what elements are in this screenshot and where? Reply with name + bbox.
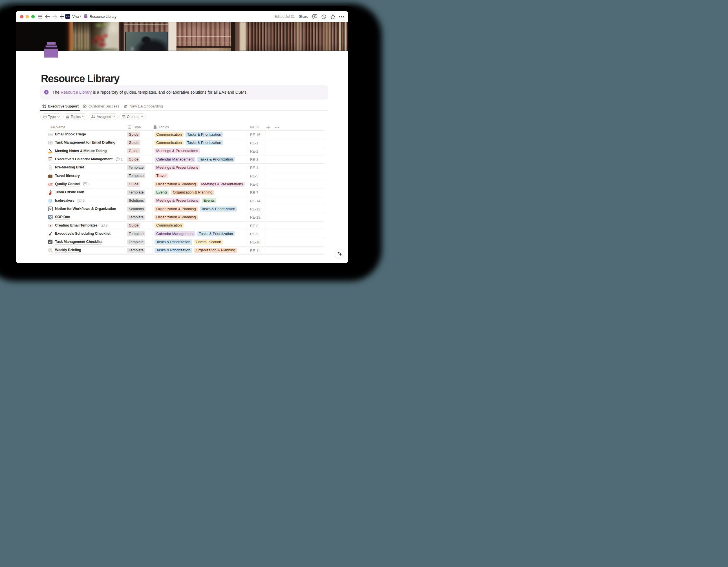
svg-text:100: 100 bbox=[48, 182, 53, 185]
svg-text:N: N bbox=[49, 207, 52, 211]
svg-text:E: E bbox=[50, 142, 51, 144]
svg-text:E: E bbox=[50, 133, 51, 136]
